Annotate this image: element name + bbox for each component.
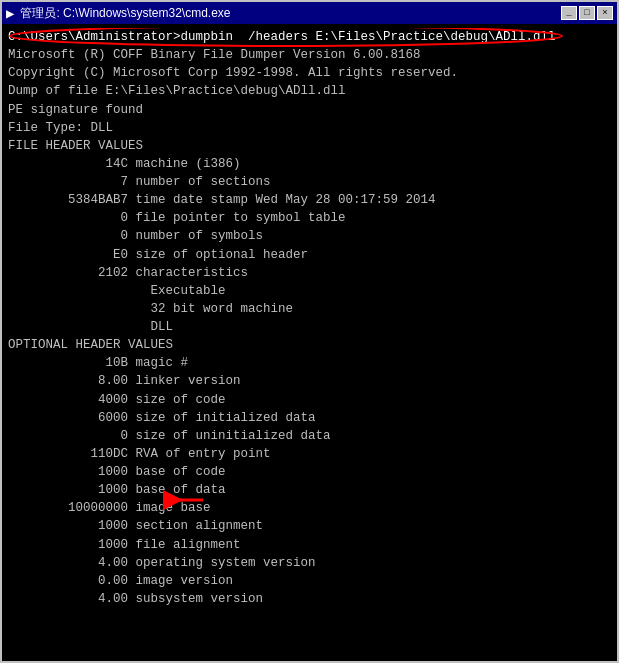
window-title: 管理员: C:\Windows\system32\cmd.exe	[20, 5, 230, 22]
terminal-line-cmd: C:\Users\Administrator>dumpbin /headers …	[8, 28, 611, 46]
terminal-content: C:\Users\Administrator>dumpbin /headers …	[8, 28, 611, 608]
terminal-line-l20: 4000 size of code	[8, 391, 611, 409]
terminal-line-l13: 2102 characteristics	[8, 264, 611, 282]
terminal-line-l7: 14C machine (i386)	[8, 155, 611, 173]
terminal: C:\Users\Administrator>dumpbin /headers …	[2, 24, 617, 661]
terminal-line-l12: E0 size of optional header	[8, 246, 611, 264]
terminal-line-l30: 0.00 image version	[8, 572, 611, 590]
terminal-line-l10: 0 file pointer to symbol table	[8, 209, 611, 227]
terminal-line-l2: Copyright (C) Microsoft Corp 1992-1998. …	[8, 64, 611, 82]
terminal-line-l5: File Type: DLL	[8, 119, 611, 137]
terminal-line-l21: 6000 size of initialized data	[8, 409, 611, 427]
terminal-line-l15: 32 bit word machine	[8, 300, 611, 318]
terminal-line-l1: Microsoft (R) COFF Binary File Dumper Ve…	[8, 46, 611, 64]
terminal-line-l24: 1000 base of code	[8, 463, 611, 481]
terminal-line-l19: 8.00 linker version	[8, 372, 611, 390]
terminal-line-l27: 1000 section alignment	[8, 517, 611, 535]
terminal-line-l29: 4.00 operating system version	[8, 554, 611, 572]
terminal-line-l14: Executable	[8, 282, 611, 300]
terminal-line-l17: OPTIONAL HEADER VALUES	[8, 336, 611, 354]
terminal-line-l25: 1000 base of data	[8, 481, 611, 499]
terminal-line-l16: DLL	[8, 318, 611, 336]
title-bar-left: ▶ 管理员: C:\Windows\system32\cmd.exe	[6, 5, 231, 22]
cmd-icon: ▶	[6, 5, 14, 22]
title-controls[interactable]: _ □ ×	[561, 6, 613, 20]
terminal-line-l9: 5384BAB7 time date stamp Wed May 28 00:1…	[8, 191, 611, 209]
terminal-line-l28: 1000 file alignment	[8, 536, 611, 554]
terminal-line-l3: Dump of file E:\Files\Practice\debug\ADl…	[8, 82, 611, 100]
terminal-line-l11: 0 number of symbols	[8, 227, 611, 245]
terminal-line-l23: 110DC RVA of entry point	[8, 445, 611, 463]
terminal-line-l4: PE signature found	[8, 101, 611, 119]
minimize-button[interactable]: _	[561, 6, 577, 20]
terminal-line-l18: 10B magic #	[8, 354, 611, 372]
title-bar: ▶ 管理员: C:\Windows\system32\cmd.exe _ □ ×	[2, 2, 617, 24]
terminal-line-l31: 4.00 subsystem version	[8, 590, 611, 608]
terminal-line-l8: 7 number of sections	[8, 173, 611, 191]
terminal-line-l22: 0 size of uninitialized data	[8, 427, 611, 445]
maximize-button[interactable]: □	[579, 6, 595, 20]
close-button[interactable]: ×	[597, 6, 613, 20]
terminal-line-l26: 10000000 image base	[8, 499, 611, 517]
terminal-lines: C:\Users\Administrator>dumpbin /headers …	[8, 28, 611, 608]
window: ▶ 管理员: C:\Windows\system32\cmd.exe _ □ ×…	[0, 0, 619, 663]
terminal-line-l6: FILE HEADER VALUES	[8, 137, 611, 155]
